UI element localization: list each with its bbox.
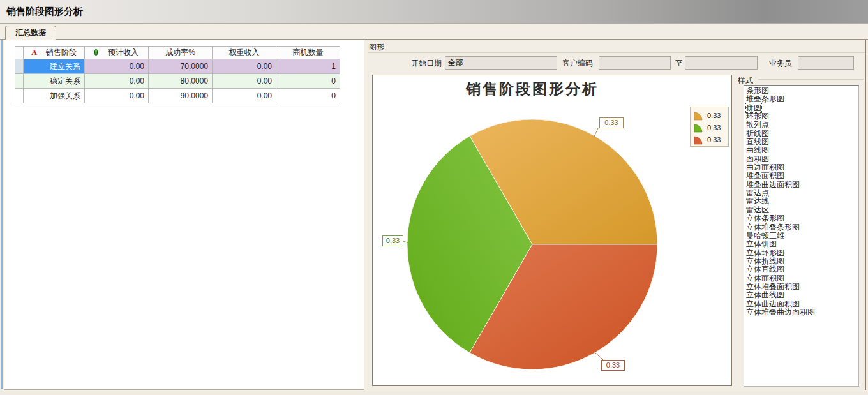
graph-group-label: 图形 xyxy=(369,42,384,53)
legend-item: 0.33 xyxy=(693,121,728,133)
chart-style-listbox[interactable]: 条形图 堆叠条形图 饼图 环形图 散列点 折线图 直线图 曲线图 面积图 曲边面… xyxy=(744,85,859,387)
column-header-opportunity-count[interactable]: 商机数量 xyxy=(276,47,340,59)
style-option[interactable]: 环形图 xyxy=(746,112,858,121)
expected-income-cell[interactable]: 0.00 xyxy=(85,59,149,74)
style-option[interactable]: 散列点 xyxy=(746,121,858,129)
slice-value-label: 0.33 xyxy=(601,360,625,371)
stage-cell[interactable]: 建立关系 xyxy=(24,59,85,74)
expected-income-cell[interactable]: 0.00 xyxy=(85,89,149,103)
summary-table-panel: A销售阶段 预计收入 成功率% 权重收入 商机数量 建立关系 0.00 70.0… xyxy=(4,40,364,390)
customer-code-label: 客户编码 xyxy=(562,58,593,68)
slice-value-label: 0.33 xyxy=(599,117,624,128)
weighted-income-cell[interactable]: 0.00 xyxy=(213,74,276,89)
style-option-selected[interactable]: 饼图 xyxy=(746,104,858,112)
column-header-expected-income[interactable]: 预计收入 xyxy=(85,47,149,59)
style-option[interactable]: 立体堆叠条形图 xyxy=(746,223,858,232)
salesperson-label: 业务员 xyxy=(769,58,792,68)
table-header-row: A销售阶段 预计收入 成功率% 权重收入 商机数量 xyxy=(15,47,340,59)
legend-item: 0.33 xyxy=(693,109,728,121)
style-option[interactable]: 立体饼图 xyxy=(746,240,858,248)
pie-slice-icon xyxy=(693,110,704,121)
success-rate-cell[interactable]: 90.0000 xyxy=(149,89,213,103)
customer-code-to-input[interactable] xyxy=(685,56,758,70)
tab-summary-data[interactable]: 汇总数据 xyxy=(5,26,56,40)
style-option[interactable]: 雷达区 xyxy=(746,206,858,214)
weighted-income-cell[interactable]: 0.00 xyxy=(213,59,276,74)
style-option[interactable]: 堆叠条形图 xyxy=(746,95,858,103)
tab-label: 汇总数据 xyxy=(15,28,46,37)
sort-a-icon: A xyxy=(31,48,37,57)
row-indicator-cell[interactable] xyxy=(15,89,24,103)
app-window: 销售阶段图形分析 汇总数据 A销售阶段 预计收入 成功率% 权重收入 商机数量 xyxy=(0,0,868,395)
table-row[interactable]: 加强关系 0.00 90.0000 0.00 0 xyxy=(15,89,340,103)
success-rate-cell[interactable]: 70.0000 xyxy=(149,59,213,74)
style-option[interactable]: 曲边面积图 xyxy=(746,163,858,172)
column-header-weighted-income[interactable]: 权重收入 xyxy=(213,47,276,59)
style-option[interactable]: 立体堆叠曲边面积图 xyxy=(746,308,858,317)
style-option[interactable]: 立体直线图 xyxy=(746,265,858,274)
sales-stage-table: A销售阶段 预计收入 成功率% 权重收入 商机数量 建立关系 0.00 70.0… xyxy=(15,46,340,103)
filter-pill-icon xyxy=(94,49,98,56)
to-label: 至 xyxy=(675,58,683,68)
style-option[interactable]: 立体堆叠面积图 xyxy=(746,283,858,291)
stage-cell[interactable]: 稳定关系 xyxy=(24,74,85,89)
pie-chart xyxy=(373,75,733,387)
panel-left-accent xyxy=(1,40,3,389)
weighted-income-cell[interactable]: 0.00 xyxy=(213,89,276,103)
table-row[interactable]: 建立关系 0.00 70.0000 0.00 1 xyxy=(15,59,340,74)
expected-income-cell[interactable]: 0.00 xyxy=(85,74,149,89)
start-date-input[interactable] xyxy=(445,56,557,70)
row-indicator-cell[interactable] xyxy=(15,59,24,74)
legend-value: 0.33 xyxy=(707,124,721,131)
group-divider xyxy=(758,79,864,80)
legend-item: 0.33 xyxy=(693,133,728,145)
label-leader-line xyxy=(594,128,598,137)
graph-groupbox: 图形 开始日期 客户编码 至 业务员 销售阶段图形分析 xyxy=(368,40,866,390)
chart-legend: 0.33 0.33 0.33 xyxy=(690,107,729,147)
legend-value: 0.33 xyxy=(707,112,721,119)
title-bar: 销售阶段图形分析 xyxy=(0,0,868,24)
group-divider xyxy=(368,52,865,53)
pie-chart-area: 销售阶段图形分析 xyxy=(372,75,732,386)
style-option[interactable]: 堆叠曲边面积图 xyxy=(746,181,858,189)
style-option[interactable]: 立体曲边面积图 xyxy=(746,300,858,308)
style-option[interactable]: 曲线图 xyxy=(746,146,858,154)
pie-slice-icon xyxy=(693,135,704,145)
style-option[interactable]: 曼哈顿三维 xyxy=(746,232,858,240)
style-option[interactable]: 折线图 xyxy=(746,130,858,138)
legend-value: 0.33 xyxy=(707,136,721,144)
stage-cell[interactable]: 加强关系 xyxy=(24,89,85,103)
style-option[interactable]: 立体折线图 xyxy=(746,257,858,265)
style-option[interactable]: 面积图 xyxy=(746,155,858,163)
opportunity-count-cell[interactable]: 0 xyxy=(276,89,340,103)
style-option[interactable]: 立体面积图 xyxy=(746,274,858,283)
opportunity-count-cell[interactable]: 1 xyxy=(276,59,340,74)
style-option[interactable]: 立体条形图 xyxy=(746,214,858,223)
start-date-label: 开始日期 xyxy=(411,58,442,68)
row-indicator-cell[interactable] xyxy=(15,74,24,89)
style-option[interactable]: 雷达点 xyxy=(746,189,858,197)
column-header-success-rate[interactable]: 成功率% xyxy=(149,47,213,59)
style-option[interactable]: 直线图 xyxy=(746,138,858,146)
customer-code-input[interactable] xyxy=(599,56,671,70)
column-header-stage[interactable]: A销售阶段 xyxy=(24,47,85,59)
pie-slice-icon xyxy=(693,123,704,133)
style-option[interactable]: 雷达线 xyxy=(746,197,858,205)
page-title: 销售阶段图形分析 xyxy=(6,0,83,23)
success-rate-cell[interactable]: 80.0000 xyxy=(149,74,213,89)
style-option[interactable]: 条形图 xyxy=(746,87,858,95)
salesperson-input[interactable] xyxy=(798,56,854,70)
style-option[interactable]: 立体环形图 xyxy=(746,249,858,257)
table-row[interactable]: 稳定关系 0.00 80.0000 0.00 0 xyxy=(15,74,340,89)
row-indicator-header xyxy=(15,47,24,59)
style-option[interactable]: 立体曲线图 xyxy=(746,291,858,299)
style-option[interactable]: 堆叠面积图 xyxy=(746,172,858,180)
opportunity-count-cell[interactable]: 0 xyxy=(276,74,340,89)
slice-value-label: 0.33 xyxy=(382,235,403,246)
status-strip xyxy=(0,391,868,395)
